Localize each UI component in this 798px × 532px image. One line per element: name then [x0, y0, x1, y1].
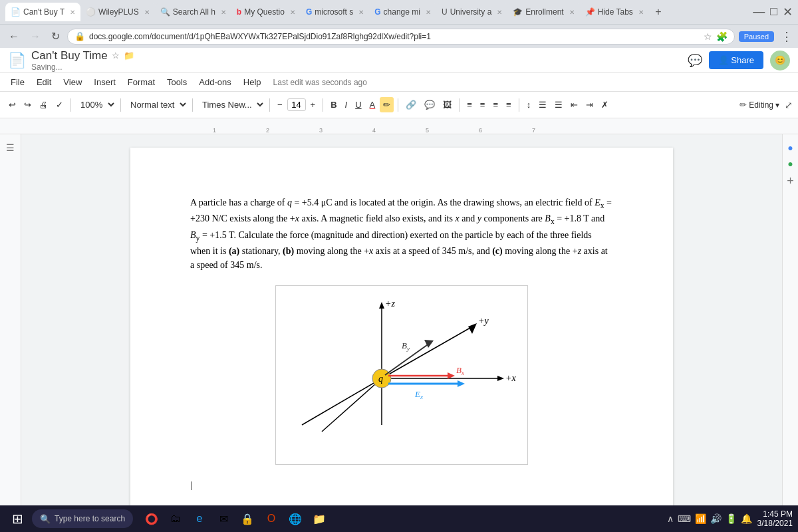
refresh-button[interactable]: ↻ — [48, 29, 63, 44]
tab-close-4[interactable]: ✕ — [290, 9, 295, 16]
image-button[interactable]: 🖼 — [440, 97, 455, 112]
link-button[interactable]: 🔗 — [402, 97, 420, 112]
menu-view[interactable]: View — [58, 75, 87, 89]
tab-close-8[interactable]: ✕ — [569, 9, 575, 16]
tab-close-7[interactable]: ✕ — [497, 9, 502, 16]
align-justify[interactable]: ≡ — [503, 97, 515, 112]
folder-icon[interactable]: 📁 — [124, 51, 134, 61]
numbered-list[interactable]: ☰ — [551, 97, 566, 112]
bookmark-icon[interactable]: ☆ — [704, 31, 712, 42]
right-icon-1[interactable]: ● — [787, 142, 793, 153]
taskbar-search-bar[interactable]: 🔍 Type here to search — [32, 509, 133, 528]
tab-microsoft[interactable]: G microsoft s ✕ — [301, 3, 369, 21]
align-left[interactable]: ≡ — [464, 97, 475, 112]
comment-button[interactable]: 💬 — [421, 97, 438, 112]
window-close[interactable]: ✕ — [783, 5, 793, 19]
forward-button[interactable]: → — [27, 29, 44, 44]
tab-close-3[interactable]: ✕ — [221, 9, 226, 16]
star-icon[interactable]: ☆ — [112, 51, 120, 61]
tab-icon-4: b — [237, 7, 241, 17]
window-maximize[interactable]: □ — [770, 5, 777, 19]
expand-icon[interactable]: ⤢ — [785, 100, 793, 110]
align-center[interactable]: ≡ — [477, 97, 489, 112]
undo-button[interactable]: ↩ — [5, 97, 19, 112]
taskbar-icon-mail[interactable]: ✉ — [213, 508, 234, 529]
tray-notification-icon[interactable]: 🔔 — [741, 513, 752, 524]
font-select[interactable]: Times New... Arial Verdana — [197, 98, 265, 112]
docs-title[interactable]: Can't Buy Time — [31, 49, 108, 63]
taskbar-icon-taskview[interactable]: 🗂 — [165, 508, 186, 529]
line-spacing[interactable]: ↕ — [523, 97, 535, 112]
new-tab-button[interactable]: + — [649, 3, 668, 21]
spellcheck-button[interactable]: ✓ — [53, 97, 66, 112]
underline-button[interactable]: U — [352, 97, 364, 112]
text-color-button[interactable]: A — [366, 97, 379, 112]
user-avatar[interactable]: 😊 — [770, 51, 790, 70]
tab-close-5[interactable]: ✕ — [358, 9, 364, 16]
tray-expand-icon[interactable]: ∧ — [667, 513, 674, 524]
address-bar[interactable]: 🔒 docs.google.com/document/d/1pQhEBaWXYW… — [67, 29, 735, 45]
menu-help[interactable]: Help — [238, 75, 267, 89]
font-size-input[interactable] — [287, 98, 306, 111]
tab-enrollment[interactable]: 🎓 Enrollment ✕ — [507, 3, 579, 21]
tab-wileyplus[interactable]: ⚪ WileyPLUS ✕ — [80, 3, 155, 21]
right-panel-plus[interactable]: + — [787, 174, 794, 188]
redo-button[interactable]: ↪ — [21, 97, 35, 112]
paused-button[interactable]: Paused — [739, 31, 774, 42]
left-outline-icon[interactable]: ☰ — [6, 142, 15, 153]
extension-icon[interactable]: 🧩 — [716, 31, 728, 42]
font-size-increase[interactable]: + — [307, 97, 319, 112]
menu-addons[interactable]: Add-ons — [194, 75, 236, 89]
taskbar-icon-office[interactable]: O — [261, 508, 282, 529]
window-minimize[interactable]: — — [753, 5, 765, 19]
tab-hidetabs[interactable]: 📌 Hide Tabs ✕ — [580, 3, 649, 21]
bold-button[interactable]: B — [327, 97, 340, 112]
taskbar-icon-files[interactable]: 📁 — [309, 508, 330, 529]
tray-volume-icon[interactable]: 🔊 — [710, 513, 722, 524]
bullet-list[interactable]: ☰ — [535, 97, 550, 112]
tab-icon-7: U — [442, 7, 448, 17]
menu-insert[interactable]: Insert — [88, 75, 121, 89]
font-size-decrease[interactable]: − — [274, 97, 286, 112]
clear-format[interactable]: ✗ — [598, 97, 612, 112]
tab-close-2[interactable]: ✕ — [144, 9, 150, 16]
print-button[interactable]: 🖨 — [36, 97, 51, 112]
tab-search[interactable]: 🔍 Search All h ✕ — [155, 3, 231, 21]
menu-edit[interactable]: Edit — [31, 75, 57, 89]
url-text: docs.google.com/document/d/1pQhEBaWXYWxT… — [89, 32, 704, 41]
indent-decrease[interactable]: ⇤ — [567, 97, 581, 112]
doc-content[interactable]: A particle has a charge of q = +5.4 μC a… — [190, 196, 613, 492]
tab-close-9[interactable]: ✕ — [638, 9, 644, 16]
browser-menu-icon[interactable]: ⋮ — [781, 29, 793, 44]
style-select[interactable]: Normal text Heading 1 Heading 2 — [125, 98, 188, 112]
taskbar-icon-chrome[interactable]: 🌐 — [285, 508, 306, 529]
tab-close-1[interactable]: ✕ — [70, 9, 75, 16]
doc-area[interactable]: A particle has a charge of q = +5.4 μC a… — [21, 134, 782, 532]
tab-change[interactable]: G change mi ✕ — [369, 3, 436, 21]
tray-keyboard-icon[interactable]: ⌨ — [678, 513, 691, 524]
menu-file[interactable]: File — [5, 75, 30, 89]
menu-tools[interactable]: Tools — [162, 75, 192, 89]
tab-close-6[interactable]: ✕ — [426, 9, 431, 16]
zoom-select[interactable]: 100% 75% 50% 125% 150% — [75, 98, 116, 112]
right-icon-2[interactable]: ● — [787, 158, 793, 169]
taskbar-icon-cortana[interactable]: ⭕ — [141, 508, 162, 529]
tray-battery-icon[interactable]: 🔋 — [726, 513, 737, 524]
align-right[interactable]: ≡ — [489, 97, 501, 112]
tray-network-icon[interactable]: 📶 — [695, 513, 706, 524]
italic-button[interactable]: I — [342, 97, 351, 112]
tab-myquestion[interactable]: b My Questio ✕ — [231, 3, 301, 21]
share-button[interactable]: 👤 Share — [709, 51, 763, 69]
indent-increase[interactable]: ⇥ — [583, 97, 597, 112]
taskbar-icon-edge[interactable]: e — [189, 508, 210, 529]
tab-active[interactable]: 📄 Can't Buy T ✕ — [5, 3, 80, 21]
tab-university[interactable]: U University a ✕ — [436, 3, 507, 21]
back-button[interactable]: ← — [5, 29, 23, 44]
editing-mode-button[interactable]: ✏ Editing ▾ — [739, 100, 779, 110]
comment-icon[interactable]: 💬 — [688, 53, 702, 68]
highlight-button[interactable]: ✏ — [380, 97, 394, 112]
taskbar-icon-lock[interactable]: 🔒 — [237, 508, 258, 529]
menu-format[interactable]: Format — [122, 75, 160, 89]
clock[interactable]: 1:45 PM 3/18/2021 — [757, 509, 793, 528]
start-button[interactable]: ⊞ — [5, 507, 29, 531]
